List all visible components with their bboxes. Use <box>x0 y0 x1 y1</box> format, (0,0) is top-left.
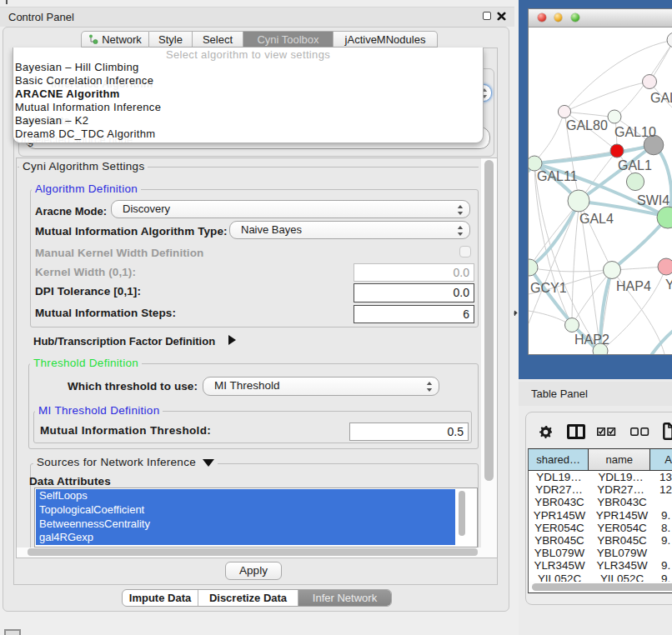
svg-text:HAP4: HAP4 <box>616 279 651 293</box>
svg-text:GAL1: GAL1 <box>618 158 652 172</box>
svg-text:GCY1: GCY1 <box>530 281 567 295</box>
svg-text:Y: Y <box>665 278 672 292</box>
svg-text:GAL: GAL <box>650 91 672 105</box>
svg-text:GAL11: GAL11 <box>537 169 578 183</box>
svg-text:GAL80: GAL80 <box>566 118 608 132</box>
svg-text:HAP2: HAP2 <box>574 332 609 347</box>
svg-text:SWI4: SWI4 <box>637 193 669 208</box>
svg-text:GAL10: GAL10 <box>614 125 656 139</box>
svg-text:GAL4: GAL4 <box>579 212 614 226</box>
